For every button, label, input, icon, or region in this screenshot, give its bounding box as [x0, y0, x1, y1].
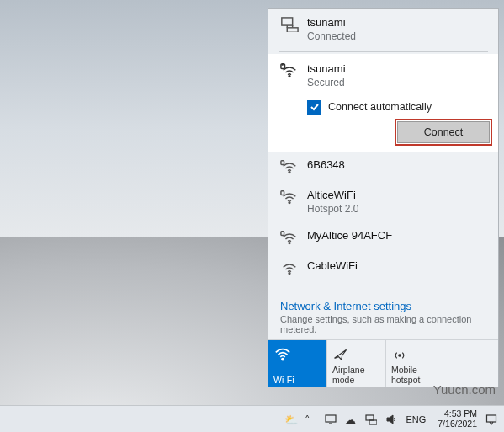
svg-point-12	[399, 354, 401, 355]
svg-rect-1	[287, 28, 298, 32]
network-row[interactable]: 6B6348	[268, 152, 498, 182]
tile-hotspot[interactable]: Mobile hotspot	[386, 340, 445, 387]
network-row[interactable]: MyAltice 94AFCF	[268, 222, 498, 253]
volume-icon[interactable]	[385, 413, 397, 425]
auto-connect-row[interactable]: Connect automatically	[268, 97, 498, 121]
network-name: MyAltice 94AFCF	[307, 229, 392, 243]
svg-point-4	[289, 171, 290, 173]
svg-rect-13	[326, 415, 336, 422]
wifi-secured-icon	[280, 62, 299, 79]
network-flyout: tsunami Connected tsunami Secured Co	[268, 8, 499, 387]
onedrive-icon[interactable]: ☁	[345, 413, 357, 425]
wifi-icon	[273, 344, 321, 364]
network-tray-icon[interactable]	[365, 413, 377, 425]
clock-time: 4:53 PM	[444, 409, 477, 419]
selected-network-panel: tsunami Secured Connect automatically Co…	[268, 54, 498, 151]
svg-rect-7	[281, 191, 284, 195]
svg-point-2	[289, 76, 290, 77]
network-settings-link[interactable]: Network & Internet settings Change setti…	[268, 293, 498, 339]
auto-connect-label: Connect automatically	[328, 101, 432, 113]
network-name: CableWiFi	[307, 259, 358, 274]
network-row[interactable]: CableWiFi	[268, 253, 498, 283]
tile-airplane[interactable]: Airplane mode	[327, 340, 386, 387]
network-row[interactable]: AlticeWiFi Hotspot 2.0	[268, 182, 498, 222]
svg-point-6	[289, 201, 290, 203]
hotspot-icon	[391, 344, 440, 364]
settings-title: Network & Internet settings	[280, 300, 486, 312]
tile-wifi[interactable]: Wi-Fi	[268, 340, 327, 387]
svg-rect-5	[281, 161, 284, 165]
taskbar: ⛅ ˄ ☁ ENG 4:53 PM 7/16/2021	[0, 405, 504, 432]
svg-point-8	[289, 243, 290, 244]
action-center-icon[interactable]	[485, 413, 497, 425]
network-name: 6B6348	[307, 158, 345, 173]
wifi-secured-icon	[280, 229, 299, 246]
tray-monitor-icon[interactable]	[325, 413, 337, 425]
available-networks-list: 6B6348 AlticeWiFi Hotspot 2.0 MyAlti	[268, 152, 498, 293]
watermark: Yuucn.com	[433, 382, 496, 397]
svg-rect-9	[281, 232, 284, 236]
network-sub: Hotspot 2.0	[307, 203, 358, 216]
selected-network-row[interactable]: tsunami Secured	[268, 54, 498, 96]
svg-rect-15	[369, 420, 377, 424]
connected-network-name: tsunami	[307, 16, 356, 30]
quick-tiles: Wi-Fi Airplane mode Mobile hotspot	[268, 339, 498, 387]
settings-sub: Change settings, such as making a connec…	[280, 314, 486, 334]
airplane-icon	[332, 344, 380, 364]
tile-label: Wi-Fi	[273, 375, 321, 385]
language-indicator[interactable]: ENG	[406, 414, 426, 424]
weather-icon[interactable]: ⛅	[284, 413, 296, 425]
selected-network-status: Secured	[307, 77, 346, 90]
tray-overflow-icon[interactable]: ˄	[305, 413, 316, 425]
clock[interactable]: 4:53 PM 7/16/2021	[438, 409, 477, 428]
svg-point-11	[282, 358, 284, 360]
auto-connect-checkbox[interactable]	[307, 100, 321, 115]
connected-network-row[interactable]: tsunami Connected	[268, 9, 498, 50]
svg-rect-14	[366, 415, 374, 420]
wifi-open-icon	[280, 259, 299, 276]
ethernet-icon	[280, 16, 299, 33]
tile-label: Airplane mode	[332, 365, 380, 385]
wifi-secured-icon	[280, 189, 299, 205]
selected-network-name: tsunami	[307, 62, 346, 77]
svg-rect-16	[487, 415, 496, 422]
svg-point-10	[289, 273, 290, 275]
network-name: AlticeWiFi	[307, 189, 358, 203]
clock-date: 7/16/2021	[438, 419, 477, 429]
system-tray: ⛅ ˄ ☁ ENG 4:53 PM 7/16/2021	[284, 409, 497, 428]
svg-rect-0	[282, 18, 293, 25]
wifi-secured-icon	[280, 158, 299, 175]
connected-network-status: Connected	[307, 30, 356, 44]
divider	[279, 51, 488, 52]
connect-button[interactable]: Connect	[397, 121, 490, 143]
